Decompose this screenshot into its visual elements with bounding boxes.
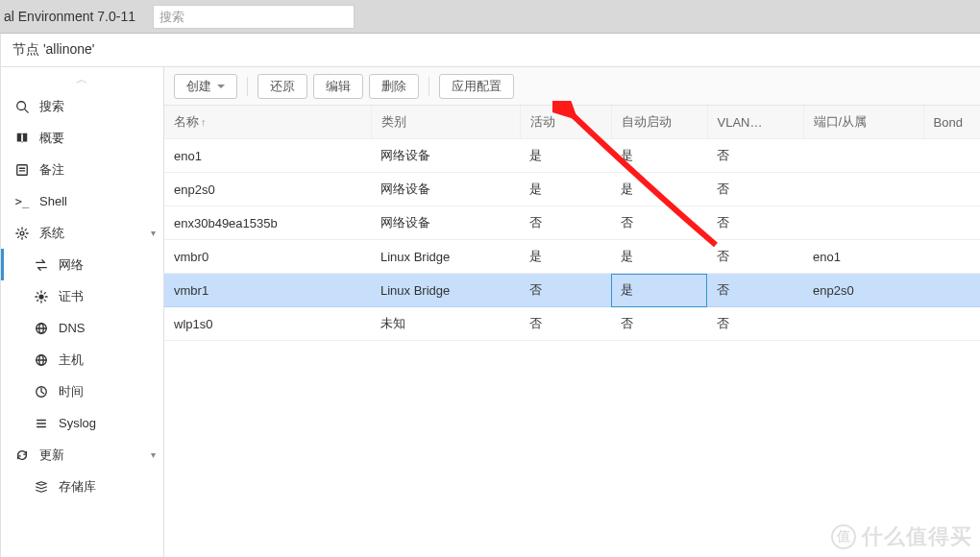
cell-vlan[interactable]: 否 [707,173,803,206]
cell-auto[interactable]: 否 [611,206,707,240]
sidebar-item-dns[interactable]: DNS [1,312,163,344]
cell-name[interactable]: vmbr1 [164,274,371,307]
svg-point-6 [38,294,43,299]
sidebar-item-notes[interactable]: 备注 [1,154,163,185]
cell-active[interactable]: 是 [520,173,611,206]
table-row[interactable]: eno1网络设备是是否 [164,139,980,173]
cell-active[interactable]: 否 [520,307,611,341]
cell-vlan[interactable]: 否 [707,206,803,240]
cell-vlan[interactable]: 否 [707,274,803,307]
stack-icon [34,479,49,495]
sidebar-item-label: 搜索 [39,98,156,115]
sidebar-item-certs[interactable]: 证书 [1,280,163,312]
apply-config-button[interactable]: 应用配置 [439,74,514,99]
swap-icon [34,257,49,273]
search-icon [14,99,30,114]
cell-active[interactable]: 否 [520,274,611,307]
cell-type[interactable]: 网络设备 [371,173,520,206]
sidebar-item-repos[interactable]: 存储库 [1,471,163,502]
column-header-vlan[interactable]: VLAN… [707,106,803,139]
cell-type[interactable]: 网络设备 [371,139,520,173]
cell-ports[interactable] [803,173,923,206]
svg-point-5 [20,231,24,235]
cell-bond[interactable] [923,240,980,274]
globe-icon [34,321,49,336]
cell-name[interactable]: enp2s0 [164,173,371,206]
sidebar-collapse[interactable]: ︿ [1,69,163,90]
cell-vlan[interactable]: 否 [707,307,803,341]
cell-type[interactable]: 未知 [371,307,520,341]
cell-ports[interactable] [803,307,923,341]
apply-label: 应用配置 [452,78,502,95]
cell-auto[interactable]: 是 [611,240,707,274]
content: 创建 还原 编辑 删除 应用配置 [164,67,980,557]
cell-type[interactable]: Linux Bridge [371,240,520,274]
search-input[interactable] [154,6,354,28]
remove-button[interactable]: 删除 [369,74,419,99]
cell-active[interactable]: 否 [520,206,611,240]
gear-icon [14,226,30,241]
table-row[interactable]: vmbr0Linux Bridge是是否eno1 [164,240,980,274]
column-header-bond[interactable]: Bond [923,106,980,139]
sidebar-item-shell[interactable]: >_Shell [1,185,163,217]
cell-name[interactable]: wlp1s0 [164,307,371,341]
cell-auto[interactable]: 否 [611,307,707,341]
revert-button[interactable]: 还原 [257,74,307,99]
cell-type[interactable]: Linux Bridge [371,274,520,307]
cell-name[interactable]: vmbr0 [164,240,371,274]
sidebar-item-syslog[interactable]: Syslog [1,407,163,439]
cell-auto[interactable]: 是 [611,274,707,307]
table-row[interactable]: enx30b49ea1535b网络设备否否否 [164,206,980,240]
sidebar-item-label: 概要 [39,130,156,147]
cell-active[interactable]: 是 [520,240,611,274]
chevron-down-icon[interactable]: ▾ [151,449,156,460]
sidebar-item-network[interactable]: 网络 [1,249,163,280]
cell-ports[interactable]: eno1 [803,240,923,274]
cell-ports[interactable] [803,139,923,173]
sidebar-item-label: 系统 [39,225,141,242]
column-header-name[interactable]: 名称↑ [164,106,371,139]
svg-rect-2 [17,164,28,175]
sidebar-item-label: DNS [59,321,156,335]
sidebar: ︿ 搜索概要备注>_Shell系统▾网络证书DNS主机时间Syslog更新▾存储… [1,67,164,557]
sidebar-item-updates[interactable]: 更新▾ [1,439,163,471]
cell-ports[interactable] [803,206,923,240]
cell-vlan[interactable]: 否 [707,240,803,274]
chevron-down-icon [217,85,225,88]
cell-auto[interactable]: 是 [611,139,707,173]
cell-name[interactable]: eno1 [164,139,371,173]
cell-ports[interactable]: enp2s0 [803,274,923,307]
cell-auto[interactable]: 是 [611,173,707,206]
cell-bond[interactable] [923,139,980,173]
cell-name[interactable]: enx30b49ea1535b [164,206,371,240]
sidebar-item-time[interactable]: 时间 [1,375,163,407]
global-search[interactable] [153,5,355,29]
cell-active[interactable]: 是 [520,139,611,173]
network-grid[interactable]: 名称↑类别活动自动启动VLAN…端口/从属Bond eno1网络设备是是否enp… [164,106,980,557]
toolbar: 创建 还原 编辑 删除 应用配置 [164,67,980,106]
column-header-active[interactable]: 活动 [520,106,611,139]
chevron-down-icon[interactable]: ▾ [151,228,156,238]
sidebar-item-hosts[interactable]: 主机 [1,344,163,375]
cell-bond[interactable] [923,173,980,206]
cell-vlan[interactable]: 否 [707,139,803,173]
cell-type[interactable]: 网络设备 [371,206,520,240]
create-label: 创建 [186,78,211,95]
create-button[interactable]: 创建 [174,74,237,99]
sidebar-item-label: 时间 [59,383,156,400]
sidebar-item-summary[interactable]: 概要 [1,122,163,154]
sort-asc-icon: ↑ [201,116,207,128]
column-header-type[interactable]: 类别 [371,106,520,139]
column-header-ports[interactable]: 端口/从属 [803,106,923,139]
table-row[interactable]: vmbr1Linux Bridge否是否enp2s0 [164,274,980,307]
sidebar-item-label: 备注 [39,161,156,179]
table-row[interactable]: wlp1s0未知否否否 [164,307,980,341]
cell-bond[interactable] [923,307,980,341]
cell-bond[interactable] [923,274,980,307]
edit-button[interactable]: 编辑 [313,74,363,99]
sidebar-item-system[interactable]: 系统▾ [1,217,163,249]
table-row[interactable]: enp2s0网络设备是是否 [164,173,980,206]
column-header-auto[interactable]: 自动启动 [611,106,707,139]
sidebar-item-search[interactable]: 搜索 [1,90,163,122]
cell-bond[interactable] [923,206,980,240]
